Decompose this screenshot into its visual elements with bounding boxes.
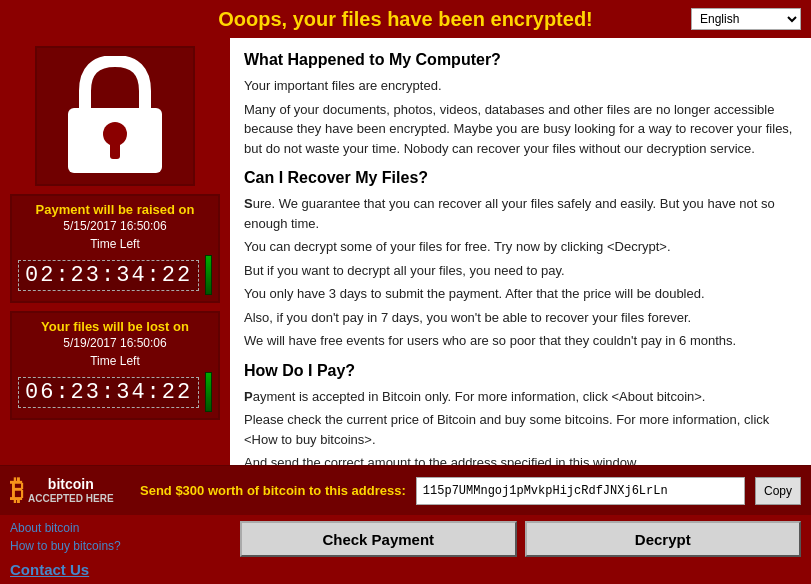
bitcoin-text: bitcoin ACCEPTED HERE bbox=[28, 477, 114, 503]
padlock-icon bbox=[60, 56, 170, 176]
bottom-row: About bitcoin How to buy bitcoins? Conta… bbox=[0, 515, 811, 584]
section2-p2: You can decrypt some of your files for f… bbox=[244, 237, 797, 257]
section1-p1: Your important files are encrypted. bbox=[244, 76, 797, 96]
section2-p1: Sure. We guarantee that you can recover … bbox=[244, 194, 797, 233]
main-content: Payment will be raised on 5/15/2017 16:5… bbox=[0, 38, 811, 465]
contact-us-link[interactable]: Contact Us bbox=[10, 561, 220, 578]
language-select[interactable]: English Español Français Deutsch 中文 bbox=[691, 8, 801, 30]
payment-row: ₿ bitcoin ACCEPTED HERE Send $300 worth … bbox=[0, 465, 811, 515]
left-links: About bitcoin How to buy bitcoins? Conta… bbox=[0, 515, 230, 584]
timer1-time-left-label: Time Left bbox=[18, 237, 212, 251]
bottom-buttons: Check Payment Decrypt bbox=[230, 515, 811, 563]
timer-box-1: Payment will be raised on 5/15/2017 16:5… bbox=[10, 194, 220, 303]
section2-heading: Can I Recover My Files? bbox=[244, 166, 797, 190]
timer1-display: 02:23:34:22 bbox=[18, 260, 199, 291]
right-panel: What Happened to My Computer? Your impor… bbox=[230, 38, 811, 465]
section1-heading: What Happened to My Computer? bbox=[244, 48, 797, 72]
section1-p2: Many of your documents, photos, videos, … bbox=[244, 100, 797, 159]
bitcoin-icon: ₿ bbox=[10, 474, 24, 507]
timer2-display: 06:23:34:22 bbox=[18, 377, 199, 408]
about-bitcoin-link[interactable]: About bitcoin bbox=[10, 521, 220, 535]
copy-button[interactable]: Copy bbox=[755, 477, 801, 505]
timer-box-2: Your files will be lost on 5/19/2017 16:… bbox=[10, 311, 220, 420]
timer1-green-bar bbox=[205, 255, 212, 295]
decrypt-button[interactable]: Decrypt bbox=[525, 521, 802, 557]
timer2-green-bar bbox=[205, 372, 212, 412]
timer1-warning: Payment will be raised on bbox=[18, 202, 212, 217]
how-to-buy-link[interactable]: How to buy bitcoins? bbox=[10, 539, 220, 553]
section3-p2: Please check the current price of Bitcoi… bbox=[244, 410, 797, 449]
check-payment-button[interactable]: Check Payment bbox=[240, 521, 517, 557]
bitcoin-name: bitcoin bbox=[48, 477, 94, 492]
title-bar: Ooops, your files have been encrypted! E… bbox=[0, 0, 811, 38]
bitcoin-logo: ₿ bitcoin ACCEPTED HERE bbox=[10, 474, 130, 507]
section2-p4: You only have 3 days to submit the payme… bbox=[244, 284, 797, 304]
svg-rect-2 bbox=[110, 141, 120, 159]
padlock-container bbox=[35, 46, 195, 186]
section3-p1: Payment is accepted in Bitcoin only. For… bbox=[244, 387, 797, 407]
section2-p6: We will have free events for users who a… bbox=[244, 331, 797, 351]
timer2-date: 5/19/2017 16:50:06 bbox=[18, 336, 212, 350]
timer2-warning: Your files will be lost on bbox=[18, 319, 212, 334]
section2-p5: Also, if you don't pay in 7 days, you wo… bbox=[244, 308, 797, 328]
section2-p3: But if you want to decrypt all your file… bbox=[244, 261, 797, 281]
section3-p3: And send the correct amount to the addre… bbox=[244, 453, 797, 465]
bitcoin-address-input[interactable] bbox=[416, 477, 745, 505]
timer1-date: 5/15/2017 16:50:06 bbox=[18, 219, 212, 233]
main-title: Ooops, your files have been encrypted! bbox=[218, 8, 593, 31]
section3-heading: How Do I Pay? bbox=[244, 359, 797, 383]
payment-label: Send $300 worth of bitcoin to this addre… bbox=[140, 483, 406, 498]
bitcoin-accepted-here: ACCEPTED HERE bbox=[28, 493, 114, 504]
left-panel: Payment will be raised on 5/15/2017 16:5… bbox=[0, 38, 230, 465]
timer2-time-left-label: Time Left bbox=[18, 354, 212, 368]
